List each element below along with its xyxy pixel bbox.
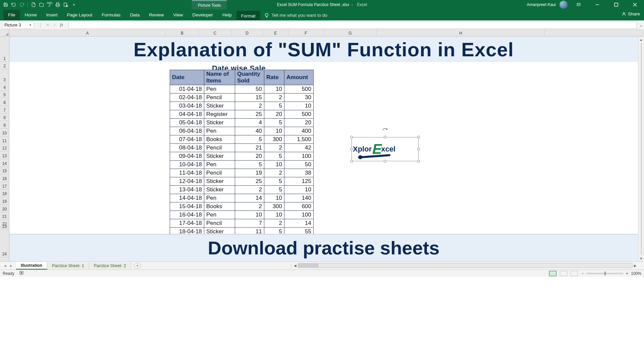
save-icon[interactable] [3, 2, 9, 8]
cell-qty[interactable]: 50 [235, 85, 264, 94]
tab-help[interactable]: Help [218, 10, 236, 20]
qat-customize-icon[interactable]: ▾ [71, 2, 77, 8]
cell-item[interactable]: Sticker [204, 177, 235, 186]
cell-item[interactable]: Pen [204, 194, 235, 202]
cell-rate[interactable]: 5 [264, 186, 284, 194]
tab-data[interactable]: Data [125, 10, 145, 20]
cell-amount[interactable]: 1,500 [284, 135, 314, 144]
row-header-4[interactable]: 4 [0, 83, 9, 91]
cell-rate[interactable]: 10 [264, 211, 284, 219]
cell-item[interactable]: Sticker [204, 102, 235, 110]
row-header-9[interactable]: 9 [0, 121, 9, 129]
cell-item[interactable]: Pen [204, 127, 235, 135]
tab-file[interactable]: File [3, 10, 20, 20]
tab-view[interactable]: View [168, 10, 187, 20]
enter-formula-icon[interactable]: ✓ [53, 22, 57, 27]
row-header-23[interactable]: 23 [0, 227, 9, 230]
column-header-A[interactable]: A [9, 30, 166, 36]
cell-amount[interactable]: 42 [284, 144, 314, 152]
cell-item[interactable]: Books [204, 202, 235, 211]
cell-date[interactable]: 16-04-18 [170, 211, 204, 219]
cell-rate[interactable]: 2 [264, 94, 284, 102]
cell-rate[interactable]: 10 [264, 194, 284, 202]
zoom-out-icon[interactable]: − [581, 271, 584, 276]
cell-rate[interactable]: 5 [264, 152, 284, 161]
cell-qty[interactable]: 21 [235, 144, 264, 152]
cell-item[interactable]: Sticker [204, 152, 235, 161]
cell-amount[interactable]: 100 [284, 152, 314, 161]
scroll-left-icon[interactable]: ◀ [292, 264, 298, 267]
undo-icon[interactable] [11, 2, 17, 8]
row-header-6[interactable]: 6 [0, 98, 9, 106]
tab-nav-buttons[interactable]: ◂▸ [0, 263, 16, 268]
cell-date[interactable]: 14-04-18 [170, 194, 204, 202]
resize-handle-n[interactable] [384, 136, 386, 138]
resize-handle-e[interactable] [417, 148, 420, 150]
formula-bar-input[interactable] [68, 21, 637, 29]
column-header-H[interactable]: H [377, 30, 545, 36]
cell-qty[interactable]: 20 [235, 152, 264, 161]
row-header-18[interactable]: 18 [0, 190, 9, 197]
cell-qty[interactable]: 2 [235, 186, 264, 194]
cell-qty[interactable]: 14 [235, 194, 264, 202]
cell-qty[interactable]: 2 [235, 102, 264, 110]
resize-handle-s[interactable] [384, 160, 386, 163]
vertical-scrollbar[interactable]: ▲ ▼ [638, 37, 644, 261]
zoom-in-icon[interactable]: + [626, 271, 628, 276]
cell-date[interactable]: 06-04-18 [170, 127, 204, 135]
sheet-tab-practice-2[interactable]: Parctice Sheet- 2 [89, 262, 131, 269]
tell-me-search[interactable]: Tell me what you want to do [260, 10, 332, 20]
row-header-8[interactable]: 8 [0, 114, 9, 121]
row-header-19[interactable]: 19 [0, 197, 9, 205]
cell-rate[interactable]: 300 [264, 202, 284, 211]
cell-rate[interactable]: 5 [264, 119, 284, 127]
cell-rate[interactable]: 2 [264, 144, 284, 152]
cell-date[interactable]: 12-04-18 [170, 177, 204, 186]
cell-date[interactable]: 03-04-18 [170, 102, 204, 110]
view-page-break-icon[interactable] [571, 271, 578, 276]
scroll-down-icon[interactable]: ▼ [638, 255, 644, 261]
hscroll-thumb[interactable] [298, 263, 318, 267]
row-header-24[interactable]: 24 [0, 230, 9, 257]
cell-date[interactable]: 01-04-18 [170, 85, 204, 94]
cell-rate[interactable]: 5 [264, 102, 284, 110]
maximize-icon[interactable] [608, 0, 624, 9]
row-header-13[interactable]: 13 [0, 152, 9, 159]
sheet-tab-practice-1[interactable]: Parctice Sheet- 1 [47, 262, 89, 269]
rotate-handle-icon[interactable] [382, 128, 388, 133]
select-all-corner[interactable] [0, 30, 9, 36]
cell-item[interactable]: Pen [204, 211, 235, 219]
cell-amount[interactable]: 14 [284, 219, 314, 228]
new-sheet-button[interactable]: + [134, 263, 141, 269]
cell-qty[interactable]: 15 [235, 94, 264, 102]
worksheet-grid[interactable]: 123456789101112131415161718192021222324 … [0, 37, 644, 261]
cell-qty[interactable]: 19 [235, 169, 264, 177]
ribbon-display-options-icon[interactable] [571, 0, 586, 9]
column-header-F[interactable]: F [288, 30, 324, 36]
row-header-2[interactable]: 2 [0, 62, 9, 69]
cell-item[interactable]: Pencil [204, 144, 235, 152]
cell-rate[interactable]: 10 [264, 127, 284, 135]
tab-developer[interactable]: Developer [187, 10, 218, 20]
cell-amount[interactable]: 30 [284, 94, 314, 102]
row-header-14[interactable]: 14 [0, 159, 9, 167]
cell-date[interactable]: 13-04-18 [170, 186, 204, 194]
cell-amount[interactable]: 500 [284, 85, 314, 94]
cell-date[interactable]: 04-04-18 [170, 110, 204, 119]
tab-home[interactable]: Home [20, 10, 42, 20]
resize-handle-sw[interactable] [350, 160, 353, 163]
name-box[interactable]: Picture 3 ▼ [2, 21, 34, 29]
tab-nav-next-icon[interactable]: ▸ [8, 263, 14, 268]
column-header-E[interactable]: E [263, 30, 288, 36]
row-header-1[interactable]: 1 [0, 37, 9, 62]
tab-format[interactable]: Format [236, 11, 260, 21]
cell-amount[interactable]: 100 [284, 211, 314, 219]
cell-amount[interactable]: 140 [284, 194, 314, 202]
cell-amount[interactable]: 10 [284, 102, 314, 110]
cell-date[interactable]: 08-04-18 [170, 144, 204, 152]
row-header-21[interactable]: 21 [0, 213, 9, 220]
sheet-tab-illustration[interactable]: Illustration [16, 262, 47, 269]
tab-page-layout[interactable]: Page Layout [62, 10, 97, 20]
resize-handle-ne[interactable] [417, 136, 420, 138]
account-avatar-icon[interactable] [559, 1, 568, 9]
